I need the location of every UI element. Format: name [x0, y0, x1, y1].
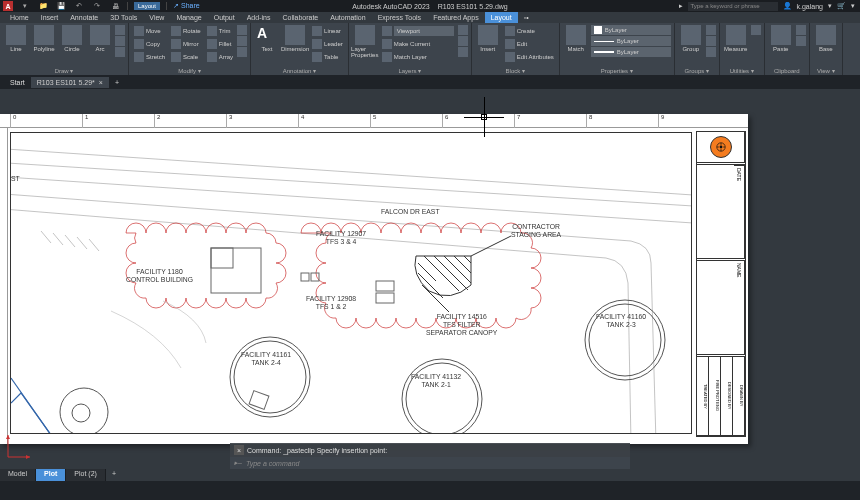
tab-layout[interactable]: Layout	[485, 12, 518, 23]
tab-expresstools[interactable]: Express Tools	[372, 12, 427, 23]
start-tab[interactable]: Start	[4, 77, 31, 88]
table-button[interactable]: Table	[310, 51, 345, 63]
draw-more-1-icon[interactable]	[115, 25, 125, 35]
fillet-button[interactable]: Fillet	[205, 38, 235, 50]
stretch-button[interactable]: Stretch	[132, 51, 167, 63]
clip-more-1-icon[interactable]	[796, 25, 806, 35]
layer-more-3-icon[interactable]	[458, 47, 468, 57]
add-layout-tab[interactable]: +	[106, 469, 122, 481]
panel-utilities-title[interactable]: Utilities ▾	[723, 66, 761, 75]
cart-icon[interactable]: 🛒	[837, 2, 846, 10]
text-button[interactable]: AText	[254, 25, 280, 52]
panel-draw-title[interactable]: Draw ▾	[3, 66, 125, 75]
mirror-button[interactable]: Mirror	[169, 38, 203, 50]
make-current-button[interactable]: Make Current	[380, 38, 456, 50]
user-name[interactable]: k.galang	[797, 3, 823, 10]
move-button[interactable]: Move	[132, 25, 167, 37]
group-more-2-icon[interactable]	[706, 36, 716, 46]
panel-properties-title[interactable]: Properties ▾	[563, 66, 671, 75]
tab-annotate[interactable]: Annotate	[64, 12, 104, 23]
tab-output[interactable]: Output	[208, 12, 241, 23]
layerprops-button[interactable]: Layer Properties	[352, 25, 378, 58]
search-input[interactable]: Type a keyword or phrase	[688, 2, 778, 11]
tab-home[interactable]: Home	[4, 12, 35, 23]
linear-button[interactable]: Linear	[310, 25, 345, 37]
modify-more-3-icon[interactable]	[237, 47, 247, 57]
block-create-button[interactable]: Create	[503, 25, 556, 37]
arc-button[interactable]: Arc	[87, 25, 113, 52]
match-layer-button[interactable]: Match Layer	[380, 51, 456, 63]
leader-button[interactable]: Leader	[310, 38, 345, 50]
panel-modify-title[interactable]: Modify ▾	[132, 66, 247, 75]
scale-button[interactable]: Scale	[169, 51, 203, 63]
tab-3dtools[interactable]: 3D Tools	[104, 12, 143, 23]
edit-attributes-button[interactable]: Edit Attributes	[503, 51, 556, 63]
qat-undo-icon[interactable]: ↶	[73, 1, 85, 11]
array-button[interactable]: Array	[205, 51, 235, 63]
base-button[interactable]: Base	[813, 25, 839, 52]
tab-addins[interactable]: Add-ins	[241, 12, 277, 23]
tab-overflow-icon[interactable]: ▫•	[518, 12, 535, 23]
tab-manage[interactable]: Manage	[170, 12, 207, 23]
rotate-button[interactable]: Rotate	[169, 25, 203, 37]
add-file-tab[interactable]: +	[109, 77, 125, 88]
layer-viewport-button[interactable]: Viewport	[380, 25, 456, 37]
lineweight-bylayer-select[interactable]: ByLayer	[591, 47, 671, 57]
layout-tab-plot2[interactable]: Plot (2)	[66, 469, 106, 481]
tab-insert[interactable]: Insert	[35, 12, 65, 23]
layout-viewport[interactable]: ST FALCON DR EAST CONTRACTOR STAGING ARE…	[10, 132, 692, 434]
qat-menu-icon[interactable]: ▾	[19, 1, 31, 11]
layout-tab-plot[interactable]: Plot	[36, 469, 66, 481]
help-icon[interactable]: ▾	[851, 2, 855, 10]
app-logo[interactable]: A	[3, 1, 13, 11]
match-button[interactable]: Match	[563, 25, 589, 52]
panel-block-title[interactable]: Block ▾	[475, 66, 556, 75]
user-icon[interactable]: 👤	[783, 2, 792, 10]
draw-more-2-icon[interactable]	[115, 36, 125, 46]
workspace-layout-badge[interactable]: Layout	[134, 2, 160, 10]
qat-redo-icon[interactable]: ↷	[91, 1, 103, 11]
qat-print-icon[interactable]: 🖶	[109, 1, 121, 11]
tab-collaborate[interactable]: Collaborate	[276, 12, 324, 23]
group-more-3-icon[interactable]	[706, 47, 716, 57]
draw-more-3-icon[interactable]	[115, 47, 125, 57]
close-icon[interactable]: ×	[99, 79, 103, 86]
modify-more-1-icon[interactable]	[237, 25, 247, 35]
paste-button[interactable]: Paste	[768, 25, 794, 52]
line-button[interactable]: Line	[3, 25, 29, 52]
paper-space[interactable]: 0 1 2 3 4 5 6 7 8 9 DATE NAME TREATED BY…	[0, 114, 748, 444]
layer-more-2-icon[interactable]	[458, 36, 468, 46]
cmd-close-icon[interactable]: ×	[234, 445, 244, 455]
command-line[interactable]: ×Command: _pasteclip Specify insertion p…	[230, 443, 630, 469]
layout-tab-model[interactable]: Model	[0, 469, 36, 481]
panel-annotation-title[interactable]: Annotation ▾	[254, 66, 345, 75]
measure-button[interactable]: Measure	[723, 25, 749, 52]
tab-featuredapps[interactable]: Featured Apps	[427, 12, 485, 23]
circle-button[interactable]: Circle	[59, 25, 85, 52]
color-bylayer-select[interactable]: ByLayer	[591, 25, 671, 35]
qat-open-icon[interactable]: 📁	[37, 1, 49, 11]
copy-button[interactable]: Copy	[132, 38, 167, 50]
block-edit-button[interactable]: Edit	[503, 38, 556, 50]
help-caret-icon[interactable]: ▸	[679, 2, 683, 10]
polyline-button[interactable]: Polyline	[31, 25, 57, 52]
linetype-bylayer-select[interactable]: ByLayer	[591, 36, 671, 46]
clip-more-2-icon[interactable]	[796, 36, 806, 46]
file-tab-active[interactable]: R103 ES101 5.29* ×	[31, 77, 109, 88]
group-button[interactable]: Group	[678, 25, 704, 52]
command-input[interactable]: ▸–Type a command	[230, 457, 630, 469]
panel-layers-title[interactable]: Layers ▾	[352, 66, 468, 75]
dimension-button[interactable]: Dimension	[282, 25, 308, 52]
layer-more-1-icon[interactable]	[458, 25, 468, 35]
insert-button[interactable]: Insert	[475, 25, 501, 52]
panel-groups-title[interactable]: Groups ▾	[678, 66, 716, 75]
tab-view[interactable]: View	[143, 12, 170, 23]
util-more-icon[interactable]	[751, 25, 761, 35]
share-button[interactable]: ↗ Share	[173, 2, 200, 10]
panel-view-title[interactable]: View ▾	[813, 66, 839, 75]
drawing-canvas[interactable]: 0 1 2 3 4 5 6 7 8 9 DATE NAME TREATED BY…	[0, 89, 860, 469]
modify-more-2-icon[interactable]	[237, 36, 247, 46]
tab-automation[interactable]: Automation	[324, 12, 371, 23]
group-more-1-icon[interactable]	[706, 25, 716, 35]
sync-icon[interactable]: ▾	[828, 2, 832, 10]
